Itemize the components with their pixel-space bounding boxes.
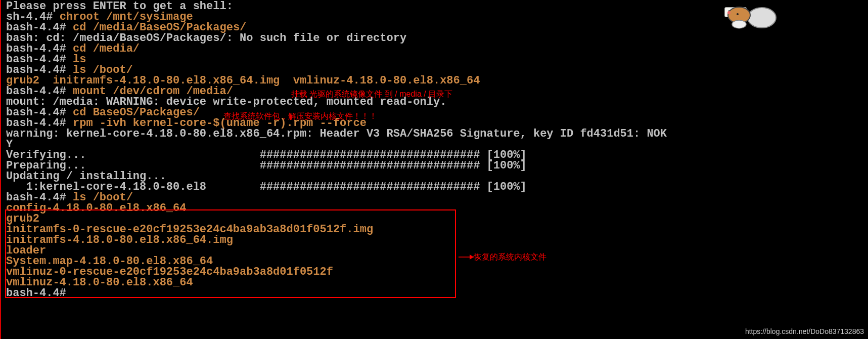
terminal-line: bash-4.4# cd BaseOS/Packages/	[6, 107, 868, 118]
terminal-line: loader	[6, 245, 868, 256]
terminal-line: Preparing... ###########################…	[6, 160, 868, 171]
terminal-line: System.map-4.18.0-80.el8.x86_64	[6, 256, 868, 267]
terminal-line: Verifying... ###########################…	[6, 150, 868, 160]
annotation-recovered: 恢复的系统内核文件	[474, 253, 546, 261]
terminal-line: 1:kernel-core-4.18.0-80.el8 ############…	[6, 182, 868, 192]
terminal-line: vmlinuz-4.18.0-80.el8.x86_64	[6, 277, 868, 288]
terminal-line: bash-4.4#	[6, 288, 868, 299]
svg-point-5	[727, 11, 730, 14]
terminal-line: grub2	[6, 214, 868, 224]
watermark: https://blog.csdn.net/DoDo837132863	[745, 328, 864, 335]
terminal-line: bash-4.4# ls /boot/	[6, 65, 868, 75]
terminal-line: bash: cd: /media/BaseOS/Packages/: No su…	[6, 33, 868, 44]
terminal-line: grub2 initramfs-4.18.0-80.el8.x86_64.img…	[6, 75, 868, 86]
terminal-line: bash-4.4# ls	[6, 54, 868, 65]
terminal-line: vmlinuz-0-rescue-e20cf19253e24c4ba9ab3a8…	[6, 267, 868, 277]
terminal-line: warning: kernel-core-4.18.0-80.el8.x86_6…	[6, 129, 868, 139]
terminal-line: Y	[6, 139, 868, 150]
annotation-mount: 挂载 光驱的系统镜像文件 到 / media / 目录下	[291, 90, 452, 98]
svg-point-3	[737, 13, 739, 15]
mascot-icon	[716, 0, 777, 30]
terminal-line: config-4.18.0-80.el8.x86_64	[6, 203, 868, 214]
terminal-line: initramfs-4.18.0-80.el8.x86_64.img	[6, 235, 868, 245]
svg-point-4	[732, 20, 746, 28]
terminal-line: initramfs-0-rescue-e20cf19253e24c4ba9ab3…	[6, 224, 868, 235]
annotation-package: 查找系统软件包，解压安装内核文件！！！	[223, 112, 377, 120]
terminal-output[interactable]: Please press ENTER to get a shell: sh-4.…	[6, 1, 868, 299]
terminal-line: bash-4.4# ls /boot/	[6, 192, 868, 203]
terminal-line: bash-4.4# cd /media/	[6, 44, 868, 54]
terminal-line: Updating / installing...	[6, 171, 868, 182]
terminal-line: mount: /media: WARNING: device write-pro…	[6, 97, 868, 107]
terminal-line: bash-4.4# rpm -ivh kernel-core-$(uname -…	[6, 118, 868, 129]
svg-point-1	[748, 8, 776, 28]
